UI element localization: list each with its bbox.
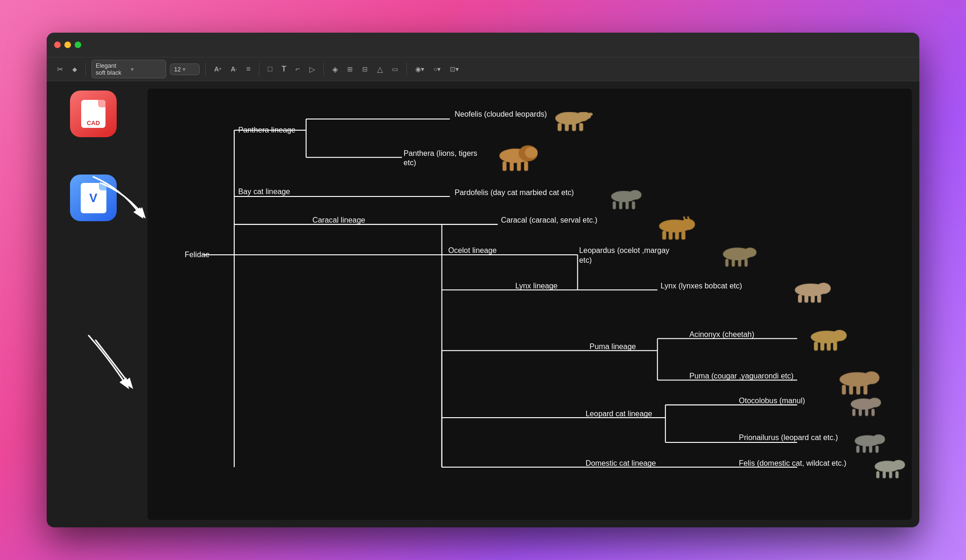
neofelis-label: Neofelis (clouded leopards) (455, 110, 547, 118)
separator-5 (406, 63, 407, 76)
svg-rect-68 (805, 294, 809, 302)
svg-rect-91 (856, 446, 860, 453)
separator-4 (323, 63, 324, 76)
panthera-lineage-label: Panthera lineage (238, 126, 295, 134)
svg-rect-98 (882, 471, 886, 478)
cut-button[interactable]: ✂ (54, 63, 66, 76)
close-button[interactable] (54, 42, 61, 48)
align-button[interactable]: ≡ (244, 63, 253, 75)
svg-rect-47 (613, 201, 616, 209)
svg-point-60 (744, 248, 756, 258)
svg-rect-61 (725, 259, 728, 266)
cad-app-icon[interactable]: CAD (70, 91, 117, 137)
minimize-button[interactable] (64, 42, 71, 48)
svg-rect-34 (579, 123, 583, 131)
caracal-lineage-label: Caracal lineage (313, 216, 365, 224)
svg-rect-92 (863, 446, 866, 453)
font-size-value: 12 (174, 66, 181, 73)
svg-point-37 (583, 112, 588, 115)
svg-rect-73 (814, 342, 818, 350)
puma-silhouette (840, 371, 880, 395)
svg-rect-85 (852, 409, 855, 416)
left-sidebar: CAD V (47, 81, 140, 527)
diagram-svg: Felidae Panthera lineage Bay cat lineage… (147, 89, 912, 520)
prionailurus-silhouette (854, 434, 885, 453)
felis-label: Felis (domestic cat, wildcat etc.) (739, 459, 846, 467)
prionailurus-label: Prionailurus (leopard cat etc.) (739, 433, 838, 441)
group-button[interactable]: ⊞ (344, 63, 356, 75)
svg-rect-79 (842, 385, 846, 395)
lynx-silhouette (795, 283, 831, 303)
font-dropdown-arrow: ▾ (131, 66, 162, 73)
align-objects-button[interactable]: ⊟ (359, 63, 371, 75)
acinonyx-silhouette (811, 330, 847, 350)
puma-lineage-label: Puma lineage (589, 342, 636, 350)
rectangle-button[interactable]: □ (265, 63, 275, 75)
caracal-label: Caracal (caracal, serval etc.) (501, 216, 597, 224)
domestic-cat-lineage-label: Domestic cat lineage (586, 459, 656, 467)
svg-point-96 (892, 460, 905, 470)
ocelot-lineage-label: Ocelot lineage (448, 246, 497, 254)
font-decrease-button[interactable]: A- (228, 63, 239, 75)
size-dropdown-arrow: ▾ (182, 66, 186, 73)
svg-rect-42 (510, 161, 514, 171)
svg-rect-97 (876, 471, 880, 478)
otocolobus-silhouette (851, 398, 881, 416)
triangle-button[interactable]: △ (374, 63, 385, 76)
leopardus-label: Leopardus (ocelot ,margay (579, 246, 670, 254)
font-name-select[interactable]: Elegant soft black ▾ (91, 60, 166, 78)
bay-cat-lineage-label: Bay cat lineage (238, 187, 290, 196)
svg-rect-44 (524, 161, 528, 171)
svg-rect-74 (820, 342, 825, 350)
svg-rect-70 (817, 294, 821, 302)
svg-rect-81 (856, 385, 861, 395)
svg-point-84 (868, 398, 881, 407)
font-increase-button[interactable]: A+ (211, 63, 224, 75)
svg-point-46 (629, 190, 641, 200)
connector-button[interactable]: ⌐ (293, 63, 302, 75)
font-size-select[interactable]: 12 ▾ (170, 63, 200, 75)
panthera-label-2: etc) (404, 158, 416, 167)
svg-rect-62 (732, 259, 735, 266)
svg-rect-56 (681, 231, 686, 240)
titlebar (47, 33, 919, 57)
diagram-area[interactable]: Felidae Panthera lineage Bay cat lineage… (147, 89, 912, 520)
cad-label: CAD (87, 120, 100, 126)
svg-rect-67 (798, 294, 802, 302)
svg-rect-43 (517, 161, 521, 171)
svg-point-40 (525, 147, 538, 158)
caracal-silhouette (659, 217, 695, 240)
arrow-1-svg (84, 175, 149, 221)
svg-rect-63 (738, 259, 742, 266)
acinonyx-label: Acinonyx (cheetah) (689, 330, 754, 338)
fill-color-button[interactable]: ◉▾ (413, 63, 427, 75)
panel-button[interactable]: ▭ (389, 63, 401, 75)
svg-rect-49 (625, 201, 629, 209)
svg-rect-94 (875, 446, 879, 453)
svg-point-36 (588, 112, 593, 116)
main-window: ✂ ◆ Elegant soft black ▾ 12 ▾ A+ A- ≡ □ … (47, 33, 919, 527)
svg-rect-54 (669, 231, 673, 240)
svg-rect-93 (869, 446, 872, 453)
pardofelis-silhouette (611, 190, 642, 209)
svg-point-66 (816, 283, 831, 294)
stroke-color-button[interactable]: ○▾ (431, 63, 443, 75)
layers-button[interactable]: ◈ (329, 63, 341, 76)
maximize-button[interactable] (75, 42, 81, 48)
diagram-background (147, 89, 625, 312)
crop-button[interactable]: ⊡▾ (447, 63, 462, 75)
felis-silhouette (875, 460, 905, 478)
svg-point-52 (680, 219, 695, 230)
svg-rect-33 (572, 123, 576, 131)
separator-2 (205, 63, 206, 76)
svg-rect-55 (675, 231, 679, 240)
text-button[interactable]: T (279, 63, 289, 75)
svg-rect-64 (744, 259, 748, 266)
svg-rect-82 (863, 385, 868, 395)
lynx-lineage-label: Lynx lineage (515, 281, 558, 290)
otocolobus-label: Otocolobus (manul) (739, 396, 805, 405)
font-name-value: Elegant soft black (96, 62, 127, 76)
brush-button[interactable]: ◆ (70, 64, 80, 75)
puma-label: Puma (cougar ,yaguarondi etc) (689, 371, 793, 380)
pointer-button[interactable]: ▷ (307, 63, 318, 76)
